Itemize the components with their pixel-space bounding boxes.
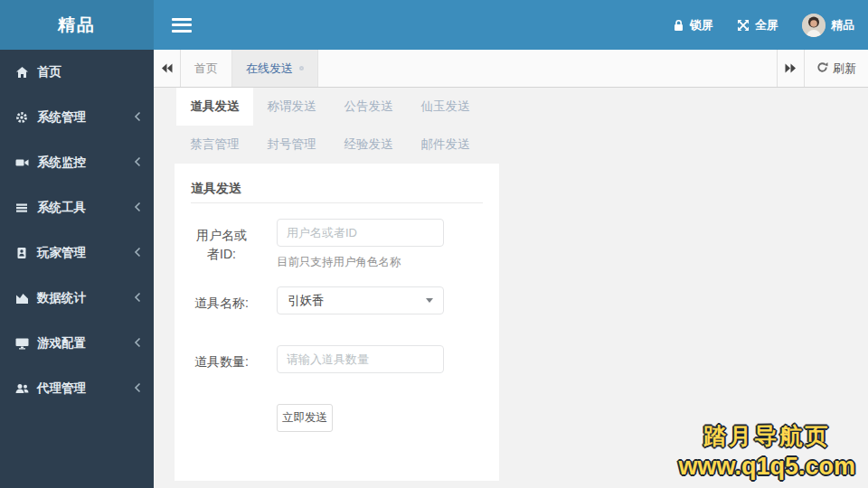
- tab-mail-send[interactable]: 邮件发送: [407, 126, 484, 164]
- sidebar-item-label: 系统监控: [37, 155, 86, 171]
- tab-item-send[interactable]: 道具发送: [176, 88, 253, 126]
- send-now-button[interactable]: 立即发送: [277, 404, 333, 432]
- refresh-icon: [816, 61, 828, 76]
- gear-icon: [15, 111, 29, 124]
- sidebar-item-home[interactable]: 首页: [0, 50, 154, 95]
- tab-title-send[interactable]: 称谓发送: [253, 88, 330, 126]
- id-card-icon: [15, 247, 29, 259]
- sidebar-item-data-stats[interactable]: 数据统计: [0, 276, 154, 321]
- form-group-username: 用户名或者ID: 目前只支持用户角色名称: [191, 219, 483, 270]
- tab-ban-manage[interactable]: 封号管理: [253, 126, 330, 164]
- item-name-select[interactable]: 引妖香: [277, 286, 444, 314]
- video-camera-icon: [15, 156, 29, 169]
- sidebar-item-label: 代理管理: [37, 380, 86, 397]
- item-quantity-input[interactable]: [277, 345, 444, 373]
- refresh-label: 刷新: [833, 61, 856, 77]
- tabbar-spacer: [318, 50, 777, 87]
- sidebar-item-system-monitor[interactable]: 系统监控: [0, 140, 154, 185]
- top-navbar: 精品 锁屏: [0, 0, 868, 50]
- lock-screen-label: 锁屏: [690, 17, 713, 33]
- watermark-url: www.q1q5.com: [678, 452, 855, 481]
- sidebar-item-label: 系统工具: [37, 200, 86, 216]
- user-menu[interactable]: 精品: [802, 14, 854, 37]
- chevron-left-icon: [134, 337, 141, 351]
- item-name-selected-value: 引妖香: [288, 293, 325, 309]
- tab-notice-send[interactable]: 公告发送: [330, 88, 407, 126]
- forward-icon: [785, 61, 797, 77]
- lock-screen-button[interactable]: 锁屏: [673, 17, 713, 33]
- desktop-icon: [15, 337, 29, 350]
- refresh-button[interactable]: 刷新: [804, 50, 868, 87]
- sidebar-item-system-tools[interactable]: 系统工具: [0, 185, 154, 230]
- tab-online-send[interactable]: 在线发送: [232, 50, 318, 87]
- sidebar-item-system-manage[interactable]: 系统管理: [0, 95, 154, 140]
- username-label: 用户名或者ID:: [191, 219, 252, 270]
- tab-label: 首页: [194, 61, 218, 77]
- tab-home[interactable]: 首页: [181, 50, 232, 87]
- sidebar-item-label: 游戏配置: [37, 335, 86, 352]
- sidebar-item-player-manage[interactable]: 玩家管理: [0, 230, 154, 276]
- function-tabs: 道具发送 称谓发送 公告发送 仙玉发送 禁言管理 封号管理 经验发送 邮件发送: [154, 88, 868, 164]
- users-icon: [15, 382, 29, 395]
- username-input[interactable]: [277, 219, 444, 247]
- sidebar: 首页 系统管理 系统监控: [0, 50, 154, 488]
- chevron-left-icon: [134, 156, 141, 170]
- form-group-item-quantity: 道具数量:: [191, 345, 483, 373]
- brand-logo[interactable]: 精品: [0, 0, 154, 50]
- area-chart-icon: [15, 292, 29, 305]
- sidebar-item-label: 系统管理: [37, 109, 86, 126]
- fullscreen-label: 全屏: [755, 17, 778, 33]
- navbar-right: 锁屏 全屏: [673, 14, 854, 37]
- home-icon: [15, 66, 29, 79]
- item-quantity-label: 道具数量:: [191, 345, 252, 373]
- fullscreen-button[interactable]: 全屏: [737, 17, 778, 33]
- backward-icon: [161, 61, 173, 77]
- tab-xianyu-send[interactable]: 仙玉发送: [407, 88, 484, 126]
- sidebar-toggle-icon[interactable]: [172, 18, 192, 33]
- submit-row: 立即发送: [277, 404, 483, 432]
- divider: [191, 202, 483, 203]
- user-name: 精品: [831, 17, 854, 33]
- list-icon: [15, 202, 29, 214]
- panel-title: 道具发送: [191, 182, 483, 194]
- watermark-title: 踏月导航页: [678, 422, 855, 449]
- username-helper-text: 目前只支持用户角色名称: [277, 255, 444, 270]
- chevron-left-icon: [134, 247, 141, 260]
- item-send-form: 用户名或者ID: 目前只支持用户角色名称 道具名称: 引妖香 道具数量:: [191, 219, 483, 432]
- close-tab-icon[interactable]: [299, 66, 304, 70]
- chevron-left-icon: [134, 111, 141, 125]
- item-name-label: 道具名称:: [191, 286, 252, 314]
- item-send-panel: 道具发送 用户名或者ID: 目前只支持用户角色名称 道具名称: 引妖香: [175, 164, 499, 481]
- sidebar-item-agent-manage[interactable]: 代理管理: [0, 366, 154, 411]
- tab-exp-send[interactable]: 经验发送: [330, 126, 407, 164]
- watermark: 踏月导航页 www.q1q5.com: [678, 422, 855, 481]
- chevron-left-icon: [134, 202, 141, 215]
- sidebar-item-game-config[interactable]: 游戏配置: [0, 321, 154, 366]
- user-avatar: [802, 14, 826, 37]
- lock-icon: [673, 19, 684, 32]
- chevron-left-icon: [134, 382, 141, 396]
- tab-mute-manage[interactable]: 禁言管理: [176, 126, 253, 164]
- tab-label: 在线发送: [246, 61, 293, 77]
- tabs-scroll-right-button[interactable]: [777, 50, 804, 87]
- caret-down-icon: [426, 298, 433, 303]
- sidebar-item-label: 玩家管理: [37, 245, 86, 261]
- navbar-main: 锁屏 全屏: [154, 0, 868, 50]
- main-content: 道具发送 称谓发送 公告发送 仙玉发送 禁言管理 封号管理 经验发送 邮件发送 …: [154, 88, 868, 488]
- fullscreen-arrows-icon: [737, 19, 750, 32]
- sidebar-item-label: 数据统计: [37, 290, 86, 306]
- chevron-left-icon: [134, 292, 141, 305]
- sidebar-item-label: 首页: [37, 64, 61, 80]
- tabs-scroll-left-button[interactable]: [154, 50, 181, 87]
- form-group-item-name: 道具名称: 引妖香: [191, 286, 483, 314]
- page-tabbar: 首页 在线发送 刷新: [154, 50, 868, 88]
